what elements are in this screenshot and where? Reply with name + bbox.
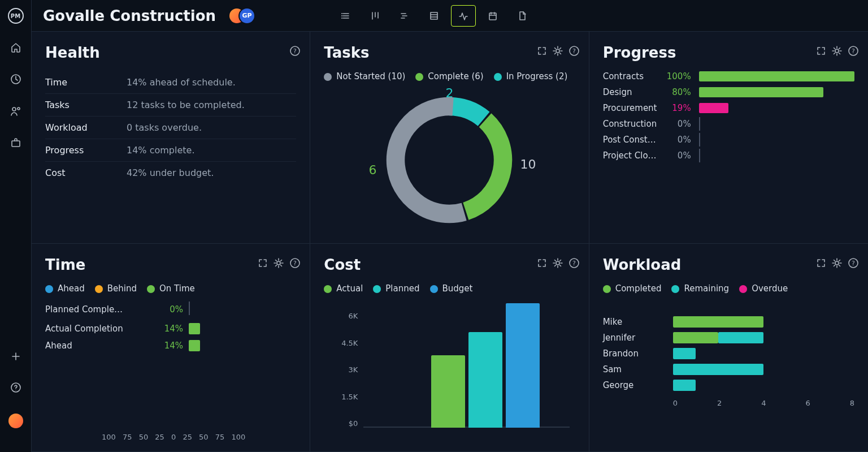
view-dashboard[interactable] xyxy=(451,5,476,27)
axis-tick: 25 xyxy=(183,433,192,441)
cost-bar-budget xyxy=(506,303,540,428)
progress-label: Post Const… xyxy=(603,135,657,145)
view-sheet[interactable] xyxy=(422,5,446,27)
progress-pct: 100% xyxy=(665,71,691,81)
legend-item[interactable]: Not Started (10) xyxy=(324,71,405,81)
workload-name: Brandon xyxy=(603,348,665,359)
app-logo[interactable]: PM xyxy=(8,8,24,24)
view-calendar[interactable] xyxy=(480,5,505,27)
workload-bar xyxy=(673,364,854,375)
panel-help-button[interactable]: ? xyxy=(568,45,580,59)
legend-item[interactable]: Complete (6) xyxy=(415,71,483,81)
workload-name: Mike xyxy=(603,317,665,327)
progress-pct: 0% xyxy=(665,135,691,145)
expand-icon xyxy=(537,258,547,268)
legend-item[interactable]: Completed xyxy=(603,283,662,294)
panel-help-button[interactable]: ? xyxy=(848,45,859,59)
legend-dot xyxy=(324,73,332,81)
view-board[interactable] xyxy=(363,5,388,27)
y-tick: 3K xyxy=(324,365,358,374)
progress-bar xyxy=(699,119,854,129)
nav-help[interactable] xyxy=(10,382,21,395)
legend-item[interactable]: Overdue xyxy=(739,283,788,294)
time-legend: AheadBehindOn Time xyxy=(45,283,296,294)
donut-label-notstarted: 10 xyxy=(520,157,536,171)
progress-bar xyxy=(699,87,854,97)
tasks-legend: Not Started (10)Complete (6)In Progress … xyxy=(324,71,575,81)
expand-button[interactable] xyxy=(537,46,547,58)
svg-rect-10 xyxy=(489,13,496,20)
legend-item[interactable]: Planned xyxy=(373,283,419,294)
nav-portfolio[interactable] xyxy=(10,137,21,150)
legend-item[interactable]: Actual xyxy=(324,283,363,294)
progress-row: Procurement 19% xyxy=(603,103,854,113)
settings-button[interactable] xyxy=(832,258,842,270)
expand-button[interactable] xyxy=(816,258,826,270)
nav-team[interactable] xyxy=(10,105,21,119)
svg-point-22 xyxy=(556,261,559,265)
view-list[interactable] xyxy=(333,5,358,27)
axis-tick: 75 xyxy=(215,433,225,441)
nav-add[interactable] xyxy=(11,351,21,364)
time-bar xyxy=(189,340,296,351)
legend-item[interactable]: Ahead xyxy=(45,283,85,294)
legend-item[interactable]: Budget xyxy=(430,283,473,294)
legend-item[interactable]: On Time xyxy=(147,283,195,294)
workload-chart: Mike Jennifer Brandon Sam George 02468 xyxy=(603,312,854,441)
legend-item[interactable]: In Progress (2) xyxy=(494,71,568,81)
progress-bar xyxy=(699,150,854,161)
project-members[interactable]: GP xyxy=(229,8,254,23)
settings-button[interactable] xyxy=(832,46,842,58)
health-row: Progress 14% complete. xyxy=(45,139,296,162)
health-value: 42% under budget. xyxy=(127,167,214,178)
settings-button[interactable] xyxy=(553,258,563,270)
nav-recent[interactable] xyxy=(10,74,21,87)
expand-button[interactable] xyxy=(816,46,826,58)
workload-bar xyxy=(673,348,854,359)
workload-legend: CompletedRemainingOverdue xyxy=(603,283,854,294)
settings-button[interactable] xyxy=(553,46,563,58)
panel-tools: ? xyxy=(289,45,301,59)
time-label: Planned Comple… xyxy=(45,304,147,315)
axis-tick: 50 xyxy=(139,433,149,441)
svg-text:?: ? xyxy=(293,48,297,55)
panel-help-button[interactable]: ? xyxy=(289,45,301,59)
health-value: 14% complete. xyxy=(127,145,194,156)
settings-button[interactable] xyxy=(274,258,284,270)
view-files[interactable] xyxy=(510,5,535,27)
time-row: Ahead 14% xyxy=(45,340,296,351)
svg-point-2 xyxy=(18,107,20,110)
expand-icon xyxy=(816,258,826,268)
panel-help-button[interactable]: ? xyxy=(848,257,859,271)
progress-label: Design xyxy=(603,87,657,97)
svg-point-5 xyxy=(15,390,16,390)
legend-dot xyxy=(324,285,332,293)
panel-title: Health xyxy=(45,44,296,61)
panel-help-button[interactable]: ? xyxy=(289,257,301,271)
svg-text:?: ? xyxy=(852,48,855,55)
progress-label: Construction xyxy=(603,119,657,129)
current-user-avatar[interactable] xyxy=(8,414,23,428)
svg-point-7 xyxy=(341,15,342,16)
expand-button[interactable] xyxy=(537,258,547,270)
help-icon xyxy=(10,382,21,393)
health-key: Progress xyxy=(45,145,113,156)
time-label: Ahead xyxy=(45,341,147,351)
panel-help-button[interactable]: ? xyxy=(568,257,580,271)
legend-item[interactable]: Behind xyxy=(95,283,137,294)
workload-bar xyxy=(673,380,854,391)
legend-item[interactable]: Remaining xyxy=(671,283,729,294)
workload-row: George xyxy=(603,380,854,391)
panel-workload: Workload ? CompletedRemainingOverdue Mik… xyxy=(589,244,868,452)
health-key: Time xyxy=(45,77,113,88)
expand-button[interactable] xyxy=(258,258,268,270)
help-circle-icon: ? xyxy=(848,45,859,57)
progress-row: Post Const… 0% xyxy=(603,135,854,145)
legend-dot xyxy=(603,285,611,293)
panel-health: Health ? Time 14% ahead of schedule. Tas… xyxy=(32,32,310,244)
nav-home[interactable] xyxy=(10,42,21,55)
svg-rect-9 xyxy=(431,12,437,19)
help-circle-icon: ? xyxy=(568,45,580,57)
time-label: Actual Completion xyxy=(45,324,147,334)
view-gantt[interactable] xyxy=(392,5,417,27)
